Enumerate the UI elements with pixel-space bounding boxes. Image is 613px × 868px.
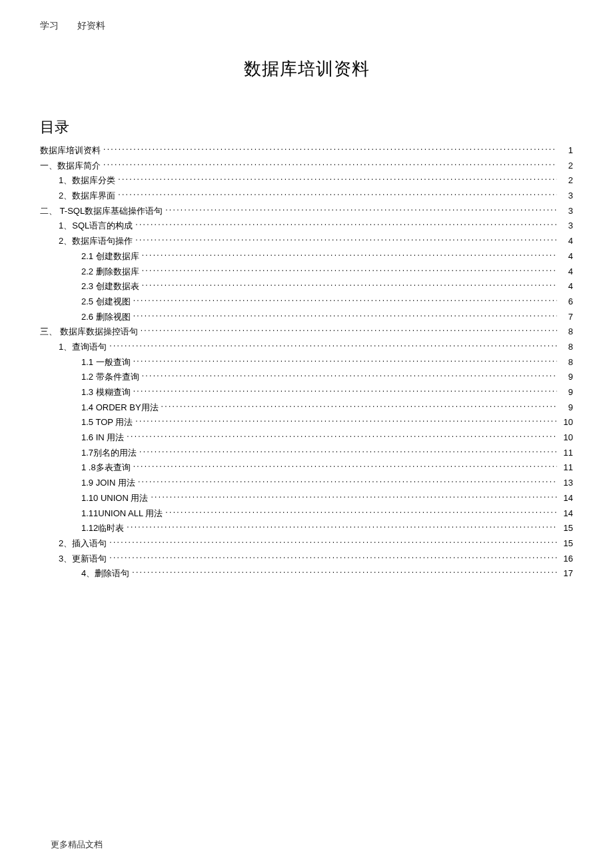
toc-entry[interactable]: 2.3 创建数据表4 [40,280,573,293]
toc-entry-page: 2 [560,174,573,187]
toc-entry[interactable]: 1.2 带条件查询9 [40,370,573,384]
toc-leader-dots [127,432,557,440]
toc-leader-dots [109,341,557,350]
toc-entry[interactable]: 1.3 模糊查询9 [40,386,573,399]
toc-leader-dots [139,447,557,456]
toc-entry[interactable]: 2、插入语句15 [40,537,573,550]
toc-entry-label: 2.5 创建视图 [81,295,131,308]
toc-entry-label: 2.1 创建数据库 [81,250,139,263]
toc-leader-dots [118,175,557,183]
toc-entry[interactable]: 4、删除语句17 [40,567,573,580]
toc-leader-dots [133,356,557,365]
toc-entry-label: 1、数据库分类 [59,174,115,187]
toc-leader-dots [109,553,557,562]
toc-entry-page: 3 [560,219,573,232]
toc-entry-label: 1.7别名的用法 [81,446,137,460]
toc-entry[interactable]: 1.10 UNION 用法14 [40,492,573,505]
toc-entry[interactable]: 1.11UNION ALL 用法14 [40,507,573,520]
toc-entry-page: 15 [560,537,573,550]
toc-entry[interactable]: 三、 数据库数据操控语句8 [40,325,573,338]
toc-entry-page: 11 [560,446,573,460]
toc-entry[interactable]: 2.2 删除数据库4 [40,265,573,278]
toc-entry-label: 1 .8多表查询 [81,461,131,474]
toc-entry-label: 1.1 一般查询 [81,356,131,369]
toc-entry-label: 1.9 JOIN 用法 [81,476,135,490]
toc-entry[interactable]: 1.9 JOIN 用法13 [40,476,573,490]
toc-entry-page: 9 [560,386,573,399]
toc-leader-dots [132,568,557,576]
toc-entry-label: 1.12临时表 [81,522,124,535]
toc-entry[interactable]: 1.12临时表15 [40,522,573,535]
toc-leader-dots [133,296,557,304]
toc-entry-label: 2.2 删除数据库 [81,265,139,278]
toc-entry-label: 4、删除语句 [81,567,129,580]
toc-entry-label: 1.4 ORDER BY用法 [81,401,159,414]
toc-entry[interactable]: 1.4 ORDER BY用法9 [40,401,573,414]
toc-entry[interactable]: 1、SQL语言的构成3 [40,219,573,232]
toc-entry-label: 1.6 IN 用法 [81,431,124,444]
toc-entry-label: 1.2 带条件查询 [81,370,139,384]
toc-entry-page: 14 [560,492,573,505]
toc-entry[interactable]: 1.6 IN 用法10 [40,431,573,444]
header-left: 学习 [40,20,59,31]
toc-entry-page: 15 [560,522,573,535]
toc-leader-dots [151,492,557,501]
toc-entry[interactable]: 2.6 删除视图7 [40,310,573,324]
toc-entry[interactable]: 数据库培训资料1 [40,144,573,157]
toc-entry[interactable]: 二、 T-SQL数据库基础操作语句3 [40,205,573,218]
toc-leader-dots [142,280,557,289]
toc-entry[interactable]: 3、更新语句16 [40,552,573,566]
toc-entry[interactable]: 1.5 TOP 用法10 [40,416,573,429]
toc-entry-label: 1.11UNION ALL 用法 [81,507,163,520]
toc-leader-dots [135,235,557,244]
toc-entry-label: 一、数据库简介 [40,159,101,173]
toc-entry-page: 10 [560,431,573,444]
toc-entry[interactable]: 2.5 创建视图6 [40,295,573,308]
toc-entry-label: 1.10 UNION 用法 [81,492,148,505]
toc-leader-dots [138,477,557,486]
toc-entry[interactable]: 2、数据库语句操作4 [40,234,573,248]
toc-entry-page: 8 [560,356,573,369]
toc-entry-page: 9 [560,370,573,384]
toc-entry[interactable]: 2.1 创建数据库4 [40,250,573,263]
toc-leader-dots [133,311,557,320]
toc-leader-dots [133,386,557,395]
toc-entry[interactable]: 1.1 一般查询8 [40,356,573,369]
toc-leader-dots [135,416,557,425]
toc-leader-dots [141,326,557,334]
toc-entry[interactable]: 1、数据库分类2 [40,174,573,187]
toc-entry[interactable]: 1.7别名的用法11 [40,446,573,460]
toc-heading: 目录 [40,117,69,137]
toc-entry-page: 10 [560,416,573,429]
toc-leader-dots [161,402,557,410]
header-right: 好资料 [77,20,105,31]
toc-leader-dots [135,220,557,228]
toc-entry-label: 数据库培训资料 [40,144,101,157]
table-of-contents: 数据库培训资料1一、数据库简介21、数据库分类22、数据库界面3二、 T-SQL… [40,144,573,582]
toc-entry-page: 8 [560,325,573,338]
toc-entry-label: 1.3 模糊查询 [81,386,131,399]
toc-leader-dots [103,145,557,153]
toc-entry-page: 4 [560,250,573,263]
toc-entry-label: 2、数据库语句操作 [59,234,133,248]
toc-entry-label: 二、 T-SQL数据库基础操作语句 [40,205,163,218]
toc-entry-page: 7 [560,310,573,324]
toc-entry-page: 3 [560,205,573,218]
toc-entry-label: 1、SQL语言的构成 [59,219,133,232]
toc-entry-page: 17 [560,567,573,580]
toc-leader-dots [142,371,557,380]
toc-leader-dots [109,538,557,546]
toc-entry[interactable]: 2、数据库界面3 [40,189,573,203]
toc-entry-page: 4 [560,280,573,293]
toc-entry[interactable]: 一、数据库简介2 [40,159,573,173]
toc-entry-page: 11 [560,461,573,474]
toc-leader-dots [142,250,557,259]
toc-entry-label: 3、更新语句 [59,552,107,566]
toc-entry-label: 1、查询语句 [59,340,107,354]
toc-entry-page: 13 [560,476,573,490]
toc-entry-page: 8 [560,340,573,354]
toc-entry[interactable]: 1、查询语句8 [40,340,573,354]
toc-entry-label: 2.3 创建数据表 [81,280,139,293]
toc-entry[interactable]: 1 .8多表查询11 [40,461,573,474]
toc-entry-page: 1 [560,144,573,157]
